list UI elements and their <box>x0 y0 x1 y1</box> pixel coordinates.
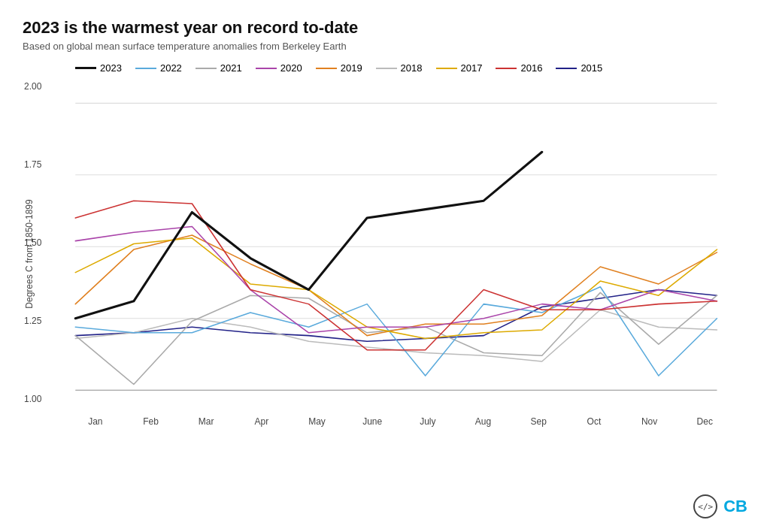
chart-container: 2023 is the warmest year on record to-da… <box>0 0 770 532</box>
x-label-jan: Jan <box>68 416 123 427</box>
legend-item-2020: 2020 <box>256 62 302 74</box>
x-label-dec: Dec <box>677 416 732 427</box>
legend-label-2019: 2019 <box>341 62 362 74</box>
y-label-200: 2.00 <box>24 81 41 92</box>
x-label-nov: Nov <box>622 416 678 427</box>
legend-item-2019: 2019 <box>316 62 362 74</box>
x-label-june: June <box>344 416 400 427</box>
legend-item-2023: 2023 <box>75 62 122 74</box>
legend-item-2015: 2015 <box>556 62 602 74</box>
code-icon: </> <box>693 494 717 518</box>
x-label-may: May <box>290 416 345 427</box>
x-label-aug: Aug <box>456 416 511 427</box>
x-label-apr: Apr <box>234 416 290 427</box>
y-label-150: 1.50 <box>24 237 41 248</box>
cb-logo: </> CB <box>693 494 747 518</box>
y-label-125: 1.25 <box>24 316 41 326</box>
legend-line-2021 <box>196 68 217 69</box>
legend-item-2018: 2018 <box>376 62 423 74</box>
chart-title: 2023 is the warmest year on record to-da… <box>23 18 747 38</box>
legend-label-2023: 2023 <box>100 62 122 74</box>
legend-line-2015 <box>556 68 577 69</box>
x-label-mar: Mar <box>178 416 234 427</box>
main-chart-svg <box>68 81 732 413</box>
legend-item-2021: 2021 <box>196 62 242 74</box>
x-label-oct: Oct <box>566 416 622 427</box>
legend-line-2018 <box>376 68 397 69</box>
legend-item-2022: 2022 <box>135 62 182 74</box>
legend-line-2017 <box>436 68 457 69</box>
legend-label-2015: 2015 <box>581 62 602 74</box>
legend-label-2022: 2022 <box>160 62 182 74</box>
legend-line-2019 <box>316 68 337 69</box>
legend-label-2018: 2018 <box>401 62 423 74</box>
y-label-100: 1.00 <box>24 394 41 404</box>
x-label-feb: Feb <box>123 416 179 427</box>
x-label-sep: Sep <box>511 416 566 427</box>
legend-label-2020: 2020 <box>280 62 302 74</box>
legend-line-2023 <box>75 67 96 69</box>
legend-item-2017: 2017 <box>436 62 483 74</box>
legend-line-2016 <box>496 68 517 69</box>
legend-item-2016: 2016 <box>496 62 542 74</box>
legend-line-2020 <box>256 68 277 69</box>
legend-label-2017: 2017 <box>461 62 483 74</box>
legend-line-2022 <box>135 68 156 69</box>
chart-legend: 202320222021202020192018201720162015 <box>23 62 747 74</box>
chart-subtitle: Based on global mean surface temperature… <box>23 41 747 52</box>
legend-label-2016: 2016 <box>520 62 542 74</box>
x-axis-labels: JanFebMarAprMayJuneJulyAugSepOctNovDec <box>68 416 732 427</box>
y-label-175: 1.75 <box>24 159 41 170</box>
legend-label-2021: 2021 <box>220 62 242 74</box>
x-label-july: July <box>400 416 456 427</box>
cb-brand-text: CB <box>723 497 747 516</box>
